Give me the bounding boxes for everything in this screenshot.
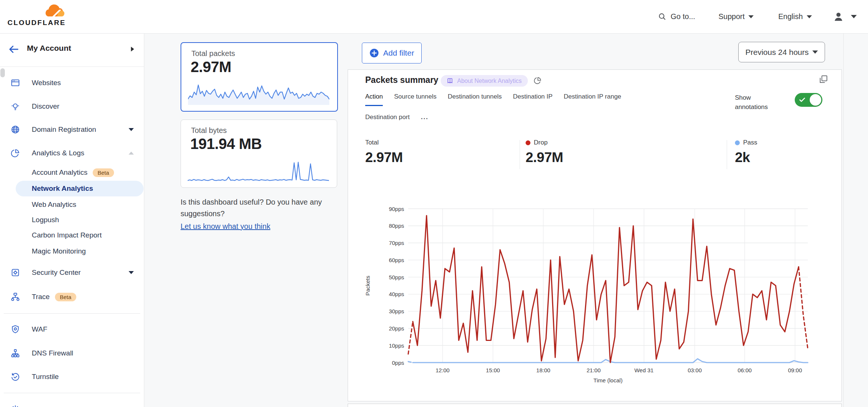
sidebar-item-trace[interactable]: TraceBeta [0, 288, 144, 305]
sidebar-item-label: Carbon Impact Report [32, 231, 102, 239]
tab-destination-ip[interactable]: Destination IP [513, 93, 552, 106]
sidebar-divider [4, 393, 140, 393]
drop-legend-dot [526, 140, 530, 145]
topbar: CLOUDFLARE Go to... Support English [0, 0, 868, 34]
tab-action[interactable]: Action [365, 93, 383, 106]
y-tick-label: 10pps [389, 342, 404, 349]
stat-value: 2.97M [365, 150, 403, 165]
y-tick-label: 90pps [389, 206, 404, 212]
account-name[interactable]: My Account [27, 44, 71, 53]
language-menu[interactable]: English [778, 0, 812, 33]
sidebar-item-label: Analytics & Logs [32, 149, 84, 157]
sidebar-item-network-analytics[interactable]: Network Analytics [0, 181, 144, 196]
y-tick-label: 50pps [389, 274, 404, 280]
feedback-text-line2: suggestions? [181, 208, 356, 220]
x-axis-title: Time (local) [594, 377, 623, 383]
beta-badge: Beta [55, 293, 76, 301]
sidebar-item-web-analytics[interactable]: Web Analytics [0, 197, 144, 212]
sidebar-item-waf[interactable]: WAF [0, 321, 144, 338]
sidebar-item-label: Domain Registration [32, 125, 96, 134]
user-menu[interactable] [833, 0, 857, 33]
feedback-link[interactable]: Let us know what you think [181, 221, 270, 232]
browser-window-icon [10, 78, 20, 88]
feedback-prompt: Is this dashboard useful? Do you have an… [181, 196, 356, 232]
sidebar-item-dns-firewall[interactable]: DNS Firewall [0, 345, 144, 362]
sidebar-item-magic-monitoring[interactable]: Magic Monitoring [0, 243, 144, 259]
chevron-right-icon[interactable] [131, 47, 134, 52]
stat-label: Drop [534, 139, 548, 146]
sidebar-item-partial[interactable] [0, 400, 144, 407]
card-label: Total bytes [191, 126, 227, 135]
x-tick-label: 12:00 [435, 367, 450, 373]
book-icon [447, 77, 454, 84]
chevron-down-icon [807, 15, 812, 18]
total-packets-card[interactable]: Total packets 2.97M [181, 42, 338, 112]
sidebar-item-label: Turnstile [32, 373, 59, 381]
y-tick-label: 30pps [389, 308, 404, 314]
stat-value: 2k [735, 150, 757, 165]
add-filter-button[interactable]: Add filter [362, 43, 422, 63]
burst-icon [10, 404, 20, 407]
y-axis-title: Packets [364, 276, 371, 295]
about-badge-label: About Network Analytics [457, 78, 522, 84]
sidebar-item-security-center[interactable]: Security Center [0, 264, 144, 281]
tab-source-tunnels[interactable]: Source tunnels [394, 93, 436, 106]
back-arrow-icon[interactable] [8, 44, 19, 54]
chevron-down-icon [129, 128, 134, 131]
cloudflare-dashboard: CLOUDFLARE Go to... Support English [0, 0, 868, 407]
beta-badge: Beta [93, 168, 114, 177]
sidebar-item-account-analytics[interactable]: Account AnalyticsBeta [0, 165, 144, 180]
stat-drop: Drop 2.97M [526, 139, 563, 165]
tab-destination-port[interactable]: Destination port [365, 114, 410, 125]
panel-title: Packets summary [365, 75, 438, 85]
go-to-search[interactable]: Go to... [658, 0, 695, 33]
chart-type-icon[interactable] [533, 76, 542, 85]
tab-destination-tunnels[interactable]: Destination tunnels [448, 93, 502, 106]
sidebar-item-turnstile[interactable]: Turnstile [0, 368, 144, 385]
show-annotations-label: Show annotations [735, 93, 780, 112]
sidebar-item-domain-registration[interactable]: Domain Registration [0, 121, 144, 138]
tabs-more-button[interactable]: ... [421, 114, 428, 125]
sidebar-item-analytics-logs[interactable]: Analytics & Logs [0, 145, 144, 162]
sidebar: My Account Websites Discover Domain [0, 33, 144, 407]
support-label: Support [718, 12, 745, 21]
time-range-dropdown[interactable]: Previous 24 hours [738, 42, 825, 62]
show-annotations-toggle[interactable] [795, 93, 822, 107]
language-label: English [778, 12, 803, 21]
sidebar-item-label: DNS Firewall [32, 349, 73, 357]
cloudflare-logo[interactable]: CLOUDFLARE [7, 2, 81, 31]
x-tick-label: 21:00 [587, 367, 601, 373]
expand-panel-icon[interactable] [818, 74, 828, 84]
feedback-text-line1: Is this dashboard useful? Do you have an… [181, 196, 356, 208]
sidebar-item-label: Network Analytics [32, 184, 93, 193]
packets-time-series-chart: 0pps10pps20pps30pps40pps50pps60pps70pps8… [348, 195, 842, 389]
check-icon [799, 97, 805, 102]
x-tick-label: 15:00 [486, 367, 500, 373]
total-bytes-card[interactable]: Total bytes 191.94 MB [181, 119, 337, 188]
tab-destination-ip-range[interactable]: Destination IP range [564, 93, 621, 106]
sidebar-item-discover[interactable]: Discover [0, 98, 144, 115]
about-network-analytics-badge[interactable]: About Network Analytics [441, 75, 528, 87]
dimension-tabs: ActionSource tunnelsDestination tunnelsD… [365, 93, 672, 125]
chevron-down-icon [851, 15, 857, 18]
x-tick-label: 09:00 [788, 367, 802, 373]
lightbulb-icon [10, 102, 20, 111]
toggle-knob [810, 94, 821, 106]
sidebar-item-carbon-impact-report[interactable]: Carbon Impact Report [0, 227, 144, 243]
card-value: 191.94 MB [190, 136, 262, 152]
sidebar-item-label: Magic Monitoring [32, 247, 86, 255]
x-tick-label: Wed 31 [634, 367, 653, 373]
sidebar-item-logpush[interactable]: Logpush [0, 212, 144, 228]
stat-total: Total 2.97M [365, 139, 403, 165]
x-tick-label: 03:00 [688, 367, 702, 373]
stat-divider [727, 140, 727, 169]
support-menu[interactable]: Support [718, 0, 754, 33]
x-tick-label: 18:00 [536, 367, 551, 373]
sidebar-item-websites[interactable]: Websites [0, 74, 144, 91]
pie-chart-icon [10, 148, 20, 158]
sidebar-divider [4, 313, 140, 314]
sidebar-item-label: Security Center [32, 268, 81, 277]
stat-divider [520, 140, 520, 169]
y-tick-label: 80pps [389, 223, 404, 229]
chevron-down-icon [748, 15, 754, 18]
